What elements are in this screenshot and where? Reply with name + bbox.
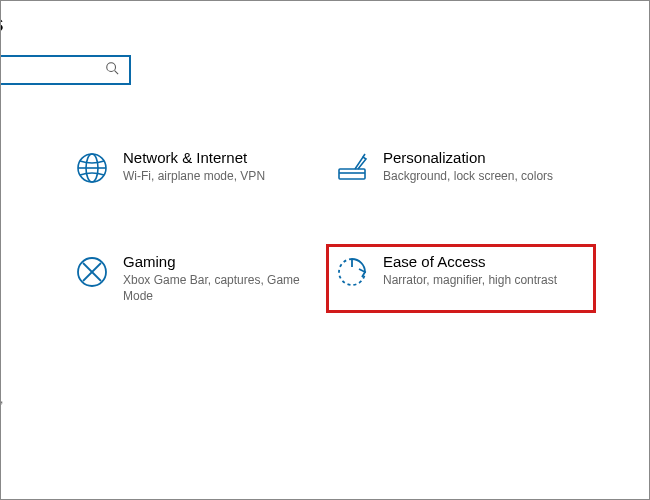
settings-tile-personalization[interactable]: Personalization Background, lock screen,… [331,145,591,189]
settings-tile-network[interactable]: Network & Internet Wi-Fi, airplane mode,… [71,145,331,189]
search-input[interactable] [0,55,131,85]
globe-icon [75,151,109,185]
tile-desc: Wi-Fi, airplane mode, VPN [123,168,265,184]
tile-desc: recovery, [0,391,3,407]
page-title: ttings [0,11,649,37]
tile-desc: Narrator, magnifier, high contrast [383,272,557,288]
svg-rect-5 [339,169,365,179]
tile-label: Gaming [123,253,313,270]
settings-tile-gaming[interactable]: Gaming Xbox Game Bar, captures, Game Mod… [71,249,331,308]
tile-label: rity [0,372,3,389]
settings-tile-ease-of-access[interactable]: Ease of Access Narrator, magnifier, high… [331,249,591,308]
settings-tile-partial-language[interactable]: age ate [0,249,71,308]
tile-label: Ease of Access [383,253,557,270]
settings-grid: , iPhone Network & Internet Wi-Fi, airpl… [0,85,649,412]
search-icon [105,61,119,79]
settings-tile-partial-phone[interactable]: , iPhone [0,145,71,189]
paintbrush-icon [335,151,369,185]
tile-desc: Xbox Game Bar, captures, Game Mode [123,272,313,304]
ease-of-access-icon [335,255,369,289]
settings-tile-partial-security[interactable]: rity recovery, [0,368,71,411]
tile-desc: Background, lock screen, colors [383,168,553,184]
header: ttings [1,1,649,85]
xbox-icon [75,255,109,289]
tile-label: Network & Internet [123,149,265,166]
tile-label: Personalization [383,149,553,166]
svg-line-1 [115,71,119,75]
svg-point-0 [107,63,116,72]
